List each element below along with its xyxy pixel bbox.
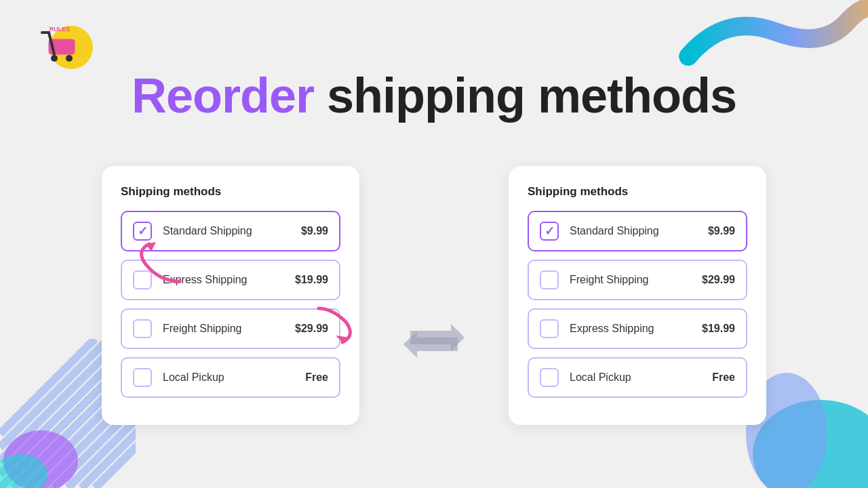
title-normal: shipping methods [314, 68, 736, 123]
left-checkbox-express[interactable] [133, 270, 152, 289]
left-panel-title: Shipping methods [121, 185, 340, 199]
main-content: Shipping methods ✓ Standard Shipping $9.… [0, 152, 868, 488]
left-local-name: Local Pickup [163, 371, 305, 384]
left-checkbox-freight[interactable] [133, 319, 152, 338]
right-checkbox-local[interactable] [540, 368, 559, 387]
title-highlight: Reorder [132, 68, 314, 123]
right-local-price: Free [712, 371, 735, 384]
right-row-freight[interactable]: Freight Shipping $29.99 [528, 260, 747, 300]
page-title: Reorder shipping methods [0, 68, 868, 123]
left-checkbox-local[interactable] [133, 368, 152, 387]
right-standard-price: $9.99 [708, 225, 735, 237]
right-freight-price: $29.99 [702, 274, 735, 286]
left-row-freight[interactable]: Freight Shipping $29.99 [121, 308, 340, 349]
left-express-name: Express Shipping [163, 274, 295, 286]
svg-text:RULES: RULES [50, 26, 71, 33]
left-freight-price: $29.99 [295, 323, 328, 335]
left-standard-name: Standard Shipping [163, 225, 301, 237]
right-checkbox-freight[interactable] [540, 270, 559, 289]
checkmark-standard-right: ✓ [545, 224, 555, 239]
right-row-express[interactable]: Express Shipping $19.99 [528, 308, 747, 349]
right-local-name: Local Pickup [570, 371, 712, 384]
right-checkbox-express[interactable] [540, 319, 559, 338]
right-row-standard[interactable]: ✓ Standard Shipping $9.99 [528, 211, 747, 251]
svg-point-19 [66, 55, 73, 62]
left-checkbox-standard[interactable]: ✓ [133, 222, 152, 241]
right-shipping-panel: Shipping methods ✓ Standard Shipping $9.… [509, 166, 766, 425]
right-express-name: Express Shipping [570, 323, 702, 335]
svg-point-18 [51, 55, 58, 62]
right-express-price: $19.99 [702, 323, 735, 335]
left-row-local[interactable]: Local Pickup Free [121, 357, 340, 398]
left-express-price: $19.99 [295, 274, 328, 286]
left-shipping-panel: Shipping methods ✓ Standard Shipping $9.… [102, 166, 359, 425]
checkmark-standard-left: ✓ [138, 224, 148, 239]
right-freight-name: Freight Shipping [570, 274, 702, 286]
left-row-standard[interactable]: ✓ Standard Shipping $9.99 [121, 211, 340, 251]
left-row-express[interactable]: Express Shipping $19.99 [121, 260, 340, 300]
right-panel-title: Shipping methods [528, 185, 747, 199]
right-standard-name: Standard Shipping [570, 225, 708, 237]
right-row-local[interactable]: Local Pickup Free [528, 357, 747, 398]
swap-arrows [400, 314, 468, 368]
right-checkbox-standard[interactable]: ✓ [540, 222, 559, 241]
left-local-price: Free [305, 371, 328, 384]
left-standard-price: $9.99 [301, 225, 328, 237]
left-freight-name: Freight Shipping [163, 323, 295, 335]
